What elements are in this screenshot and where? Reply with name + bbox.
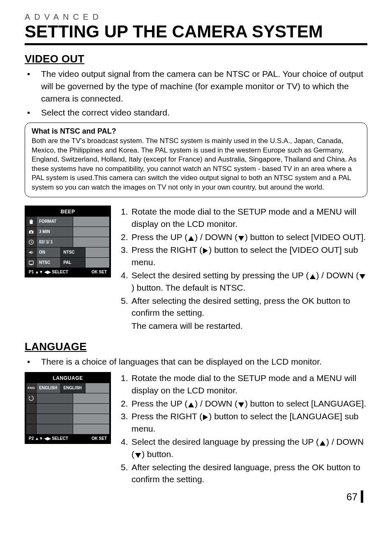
step-text: After selecting the desired setting, pre… xyxy=(131,295,367,319)
text-run: ) button. xyxy=(142,449,173,459)
page-number-bar-icon xyxy=(361,490,363,503)
lcd-cell: FORMAT xyxy=(36,217,73,226)
lcd-row: NTSC PAL xyxy=(26,257,109,268)
video-out-lcd: BEEP FORMAT 3 MIN 02/ 1/ 1 xyxy=(25,206,111,277)
language-bullets: There is a choice of languages that can … xyxy=(25,356,367,368)
up-arrow-icon xyxy=(188,236,194,241)
step-number: 2. xyxy=(121,231,131,243)
language-steps: 1. Rotate the mode dial to the SETUP mod… xyxy=(121,372,367,486)
step-item: 5. After selecting the desired setting, … xyxy=(121,295,367,332)
svg-rect-1 xyxy=(29,261,34,264)
step-text: Rotate the mode dial to the SETUP mode a… xyxy=(131,372,367,397)
lcd-cell xyxy=(73,227,109,237)
step-number: 2. xyxy=(121,398,131,410)
right-arrow-icon xyxy=(203,414,208,420)
step-subtext: The camera will be restarted. xyxy=(121,320,367,332)
lcd-row xyxy=(26,424,109,434)
step-item: 2. Press the UP () / DOWN () button to s… xyxy=(121,231,367,243)
lcd-row: ON NTSC xyxy=(26,247,109,257)
down-arrow-icon xyxy=(135,453,141,458)
text-run: Select the desired setting by pressing t… xyxy=(131,270,309,280)
lcd-header: BEEP xyxy=(26,207,109,216)
step-item: 3. Press the RIGHT () button to select t… xyxy=(121,410,367,435)
lcd-cell: 3 MIN xyxy=(36,227,73,237)
step-item: 1. Rotate the mode dial to the SETUP mod… xyxy=(121,372,367,397)
text-run: ) / DOWN ( xyxy=(195,232,238,242)
lcd-footer-right: OK SET xyxy=(92,270,107,274)
lcd-row xyxy=(26,403,109,414)
step-item: 4. Select the desired language by pressi… xyxy=(121,436,367,460)
lcd-cell xyxy=(36,424,73,434)
lcd-cell xyxy=(85,247,109,257)
step-item: 4. Select the desired setting by pressin… xyxy=(121,269,367,294)
bullet-item: There is a choice of languages that can … xyxy=(25,356,367,368)
step-number: 3. xyxy=(121,410,131,435)
language-heading: LANGUAGE xyxy=(25,340,367,353)
lcd-footer-right: OK SET xyxy=(92,436,107,441)
infobox-title: What is NTSC and PAL? xyxy=(32,127,360,136)
language-lcd: LANGUAGE ENG ENGLISH ENGLISH xyxy=(25,372,111,444)
text-run: ) button to select [VIDEO OUT]. xyxy=(245,232,366,242)
step-item: 3. Press the RIGHT () button to select t… xyxy=(121,244,367,268)
step-item: 2. Press the UP () / DOWN () button to s… xyxy=(121,398,367,410)
trash-icon xyxy=(26,217,36,226)
step-number: 5. xyxy=(121,295,131,319)
right-arrow-icon xyxy=(203,248,208,254)
step-number: 1. xyxy=(121,206,131,230)
page-title: SETTING UP THE CAMERA SYSTEM xyxy=(25,23,367,41)
step-number: 4. xyxy=(121,269,131,294)
text-run: Press the UP ( xyxy=(131,399,187,408)
lcd-cell-selected: NTSC xyxy=(60,247,85,257)
step-text: Press the RIGHT () button to select the … xyxy=(131,410,367,435)
text-run: ) / DOWN ( xyxy=(195,399,238,408)
clock-icon xyxy=(26,237,36,247)
camera-icon xyxy=(26,227,36,237)
page-number-value: 67 xyxy=(346,491,357,502)
video-out-bullets: The video output signal from the camera … xyxy=(25,68,367,118)
text-run: Press the RIGHT ( xyxy=(131,411,202,421)
lcd-row: ENG ENGLISH ENGLISH xyxy=(26,383,109,393)
lcd-cell xyxy=(73,237,109,247)
lcd-row xyxy=(26,393,109,403)
title-rule xyxy=(25,43,367,45)
lcd-cell xyxy=(85,383,109,393)
step-text: Press the UP () / DOWN () button to sele… xyxy=(131,231,367,243)
bullet-item: Select the correct video standard. xyxy=(25,106,367,119)
section-kicker: ADVANCED xyxy=(25,12,367,22)
blank-icon xyxy=(26,414,36,424)
bullet-item: The video output signal from the camera … xyxy=(25,68,367,104)
text-run: Press the UP ( xyxy=(131,232,187,242)
lcd-cell: ENGLISH xyxy=(36,383,60,393)
lcd-cell xyxy=(73,404,109,414)
text-run: Press the RIGHT ( xyxy=(131,245,202,254)
step-text: After selecting the desired language, pr… xyxy=(131,461,367,486)
lcd-cell: NTSC xyxy=(36,258,60,268)
lcd-cell-selected: ENGLISH xyxy=(60,383,85,393)
lcd-footer-left: P2 ▲▼ ◀▶ SELECT xyxy=(29,436,68,441)
lcd-row: 3 MIN xyxy=(26,226,109,237)
step-number: 4. xyxy=(121,436,131,460)
down-arrow-icon xyxy=(238,402,244,407)
lcd-cell xyxy=(36,393,73,403)
lcd-footer: P1 ▲▼ ◀▶ SELECT OK SET xyxy=(26,268,109,276)
step-number: 3. xyxy=(121,244,131,268)
lcd-cell xyxy=(85,258,109,268)
step-text: Press the RIGHT () button to select the … xyxy=(131,244,367,268)
lcd-cell xyxy=(73,414,109,424)
lcd-cell xyxy=(36,404,73,414)
lcd-footer: P2 ▲▼ ◀▶ SELECT OK SET xyxy=(26,434,109,442)
step-item: 5. After selecting the desired language,… xyxy=(121,461,367,486)
up-arrow-icon xyxy=(188,402,194,407)
step-number: 1. xyxy=(121,372,131,397)
ntsc-pal-infobox: What is NTSC and PAL? Both are the TV's … xyxy=(25,122,367,197)
lcd-cell-selected: PAL xyxy=(60,258,85,268)
lcd-cell xyxy=(36,414,73,424)
reset-icon xyxy=(26,393,36,403)
speaker-icon xyxy=(26,247,36,257)
blank-icon xyxy=(26,404,36,414)
video-out-heading: VIDEO OUT xyxy=(25,53,367,65)
step-text: Select the desired language by pressing … xyxy=(131,436,367,460)
lcd-cell: 02/ 1/ 1 xyxy=(36,237,73,247)
lcd-cell: ON xyxy=(36,247,60,257)
text-run: Select the desired language by pressing … xyxy=(131,437,319,446)
